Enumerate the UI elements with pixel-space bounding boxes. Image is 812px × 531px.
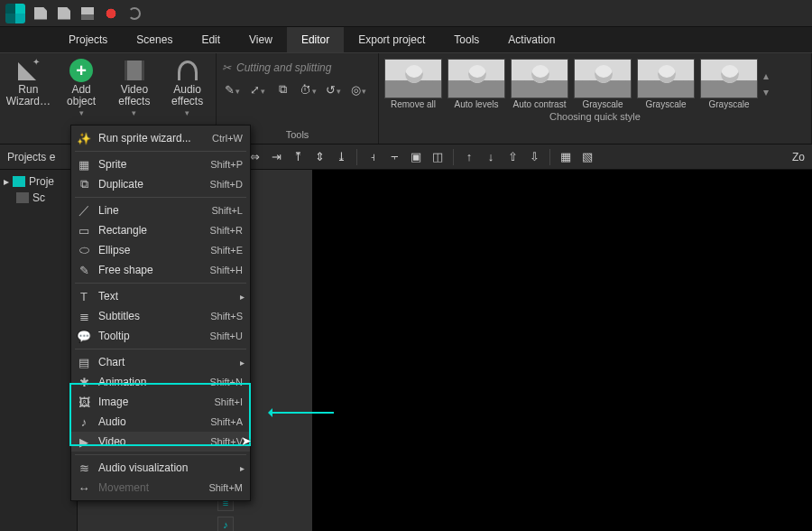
tool-reverse[interactable]: ↺ bbox=[323, 79, 343, 99]
tb-align-bottom[interactable]: ⤓ bbox=[331, 147, 351, 167]
tb-forward[interactable]: ⇧ bbox=[503, 147, 522, 167]
record-button[interactable] bbox=[103, 5, 119, 22]
tree-item-scene[interactable]: Sc bbox=[4, 190, 73, 206]
tb-bring-front[interactable]: ↑ bbox=[459, 147, 479, 167]
new-file-button[interactable] bbox=[32, 5, 49, 22]
chart-icon: ▤ bbox=[77, 355, 91, 369]
audio-effects-button[interactable]: Audio effects ▾ bbox=[164, 57, 210, 127]
tb-align-center-v[interactable]: ⇕ bbox=[309, 147, 329, 167]
tooltip-icon: 💬 bbox=[77, 329, 91, 343]
menu-item-rectangle[interactable]: ▭RectangleShift+R bbox=[71, 220, 250, 240]
menu-item-sprite[interactable]: ▦SpriteShift+P bbox=[71, 154, 250, 174]
project-explorer[interactable]: ▸Proje Sc bbox=[0, 170, 78, 531]
tb-spread[interactable]: ⫟ bbox=[384, 147, 404, 167]
tb-center[interactable]: ▣ bbox=[406, 147, 426, 167]
menu-item-label: Ellipse bbox=[98, 244, 203, 256]
tb-ungroup[interactable]: ▧ bbox=[577, 147, 597, 167]
menu-item-run-sprite-wizard-[interactable]: ✨Run sprite wizard...Ctrl+W bbox=[71, 128, 250, 148]
style-thumb-grayscale[interactable]: Grayscale bbox=[574, 59, 632, 109]
menu-view[interactable]: View bbox=[235, 27, 287, 52]
menu-item-shortcut: Shift+A bbox=[210, 416, 243, 427]
menu-item-label: Audio visualization bbox=[98, 461, 243, 474]
record-icon bbox=[105, 7, 117, 20]
project-tree[interactable]: ▸Proje Sc bbox=[4, 173, 73, 206]
open-file-button[interactable] bbox=[56, 5, 72, 22]
redo-button[interactable] bbox=[126, 5, 143, 22]
image-icon: 🖼 bbox=[77, 395, 91, 409]
style-thumb-label: Auto levels bbox=[455, 99, 499, 109]
menu-item-shortcut: Shift+V bbox=[210, 436, 243, 447]
style-thumb-image bbox=[574, 59, 632, 98]
menu-item-audio[interactable]: ♪AudioShift+A bbox=[71, 412, 250, 432]
new-file-icon bbox=[34, 7, 47, 20]
menu-item-label: Chart bbox=[98, 356, 243, 368]
menu-activation[interactable]: Activation bbox=[494, 27, 569, 52]
menu-editor[interactable]: Editor bbox=[287, 27, 344, 52]
menu-item-free-shape[interactable]: ✎Free shapeShift+H bbox=[71, 260, 250, 280]
style-thumb-label: Auto contrast bbox=[513, 99, 567, 109]
menu-item-label: Text bbox=[98, 290, 243, 303]
text-icon: T bbox=[77, 289, 91, 303]
menu-tools[interactable]: Tools bbox=[439, 27, 494, 52]
style-thumb-remove-all[interactable]: Remove all bbox=[384, 59, 442, 109]
menu-item-image[interactable]: 🖼ImageShift+I bbox=[71, 392, 250, 412]
menu-item-animation[interactable]: ✱AnimationShift+N bbox=[71, 372, 250, 392]
tool-pen[interactable]: ✎ bbox=[222, 79, 242, 99]
menu-item-duplicate[interactable]: ⧉DuplicateShift+D bbox=[71, 174, 250, 194]
tool-speed[interactable]: ⏱ bbox=[298, 79, 318, 99]
tb-fit[interactable]: ◫ bbox=[428, 147, 448, 167]
menu-edit[interactable]: Edit bbox=[187, 27, 235, 52]
style-thumb-auto-levels[interactable]: Auto levels bbox=[448, 59, 505, 109]
menu-item-label: Movement bbox=[98, 481, 201, 494]
menu-item-chart[interactable]: ▤Chart bbox=[71, 352, 250, 372]
scissors-icon: ✂ bbox=[222, 61, 231, 74]
tb-distribute-h[interactable]: ⫞ bbox=[363, 147, 383, 167]
dropdown-icon: ▾ bbox=[79, 109, 84, 118]
vstrip-eq[interactable]: ♪ bbox=[217, 517, 234, 531]
movement-icon: ↔ bbox=[77, 480, 91, 495]
menu-item-label: Free shape bbox=[98, 264, 203, 276]
tool-crop[interactable]: ⧉ bbox=[272, 79, 292, 99]
style-thumb-image bbox=[511, 59, 568, 98]
video-effects-label: Video effects bbox=[112, 84, 158, 107]
menu-item-subtitles[interactable]: ≣SubtitlesShift+S bbox=[71, 306, 250, 326]
style-thumb-image bbox=[637, 59, 695, 98]
style-thumb-auto-contrast[interactable]: Auto contrast bbox=[511, 59, 568, 109]
style-thumb-label: Grayscale bbox=[645, 99, 686, 109]
menu-item-label: Video bbox=[98, 435, 203, 448]
add-object-menu: ✨Run sprite wizard...Ctrl+W▦SpriteShift+… bbox=[70, 125, 251, 501]
audiovis-icon: ≋ bbox=[77, 461, 91, 475]
tree-root[interactable]: ▸Proje bbox=[4, 173, 73, 190]
add-object-button[interactable]: + Add object ▾ bbox=[59, 57, 105, 127]
tb-group[interactable]: ▦ bbox=[556, 147, 576, 167]
video-effects-button[interactable]: Video effects ▾ bbox=[112, 57, 158, 127]
tb-align-top[interactable]: ⤒ bbox=[288, 147, 308, 167]
tb-backward[interactable]: ⇩ bbox=[524, 147, 544, 167]
menu-item-movement: ↔MovementShift+M bbox=[71, 478, 250, 498]
style-thumb-grayscale[interactable]: Grayscale bbox=[637, 59, 695, 109]
app-root: { "titlebar": { "icons": ["new-file-icon… bbox=[0, 0, 812, 531]
tb-send-back[interactable]: ↓ bbox=[481, 147, 501, 167]
menu-item-line[interactable]: ／LineShift+L bbox=[71, 200, 250, 220]
menu-item-shortcut: Shift+M bbox=[208, 482, 243, 493]
menu-item-audio-visualization[interactable]: ≋Audio visualization bbox=[71, 458, 250, 478]
menu-item-ellipse[interactable]: ⬭EllipseShift+E bbox=[71, 240, 250, 260]
tool-stabilize[interactable]: ◎ bbox=[348, 79, 368, 99]
styles-more-button[interactable]: ▴▾ bbox=[763, 59, 780, 109]
menu-item-text[interactable]: TText bbox=[71, 286, 250, 306]
cutting-splitting-button[interactable]: ✂ Cutting and splitting bbox=[222, 57, 373, 79]
video-preview[interactable] bbox=[312, 170, 812, 531]
menu-item-tooltip[interactable]: 💬TooltipShift+U bbox=[71, 326, 250, 346]
tb-align-right[interactable]: ⇥ bbox=[266, 147, 286, 167]
run-wizard-button[interactable]: Run Wizard… bbox=[5, 57, 51, 127]
menu-item-video[interactable]: ▶VideoShift+V bbox=[71, 432, 250, 452]
tool-eyedrop[interactable]: ⤢ bbox=[247, 79, 267, 99]
style-thumb-grayscale[interactable]: Grayscale bbox=[700, 59, 758, 109]
menu-scenes[interactable]: Scenes bbox=[122, 27, 187, 52]
menu-projects[interactable]: Projects bbox=[54, 27, 122, 52]
menu-export-project[interactable]: Export project bbox=[344, 27, 439, 52]
tree-item-label: Sc bbox=[32, 191, 45, 204]
save-button[interactable] bbox=[79, 5, 96, 22]
menu-separator bbox=[75, 283, 246, 284]
titlebar bbox=[0, 0, 812, 27]
